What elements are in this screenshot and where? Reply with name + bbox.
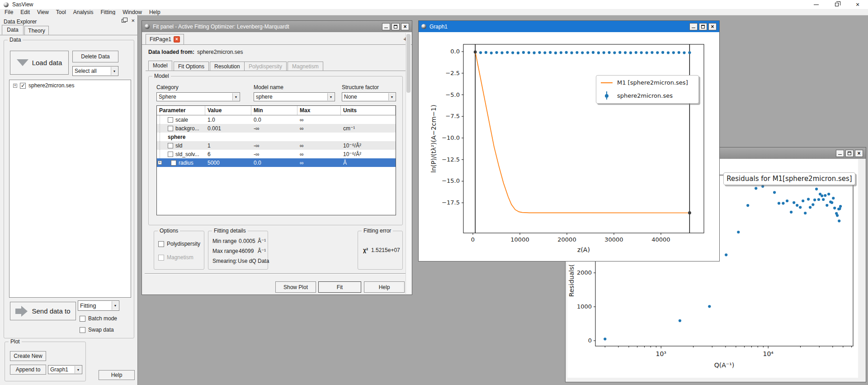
minimize-button[interactable] <box>382 23 390 30</box>
subtab-model[interactable]: Model <box>148 61 172 71</box>
menu-tool[interactable]: Tool <box>52 9 70 15</box>
close-tab-icon[interactable]: × <box>174 36 180 43</box>
structure-factor-combo[interactable]: None ▼ <box>342 92 396 101</box>
parameter-table[interactable]: Parameter Value Min Max Units scale 1.0 … <box>156 105 396 215</box>
menu-window[interactable]: Window <box>119 9 146 15</box>
param-checkbox[interactable] <box>168 152 173 157</box>
tab-theory[interactable]: Theory <box>24 26 49 35</box>
load-data-button[interactable]: Load data <box>10 51 69 75</box>
param-value[interactable]: 1 <box>205 141 251 150</box>
chevron-down-icon[interactable]: ▼ <box>75 366 81 373</box>
append-to-button[interactable]: Append to <box>10 365 46 375</box>
category-combo[interactable]: Sphere ▼ <box>156 92 240 101</box>
table-row[interactable]: scale 1.0 0.0 ∞ <box>157 115 396 124</box>
data-tree[interactable]: + sphere2micron.ses <box>9 80 131 298</box>
polydispersity-option[interactable]: Polydispersity <box>158 241 200 247</box>
minimize-button[interactable] <box>689 23 698 30</box>
menu-fitting[interactable]: Fitting <box>97 9 119 15</box>
window-icon <box>421 24 426 29</box>
send-to-combo[interactable]: Fitting ▼ <box>78 300 119 311</box>
fitpage-tab[interactable]: FitPage1 × <box>146 34 184 45</box>
fitting-error-label: Fitting error <box>362 228 393 234</box>
param-min[interactable]: -∞ <box>251 150 297 158</box>
param-min[interactable]: -∞ <box>251 141 297 150</box>
chevron-down-icon[interactable]: ▼ <box>112 301 118 310</box>
fit-help-button[interactable]: Help <box>364 281 405 293</box>
maximize-button[interactable] <box>392 23 400 30</box>
table-row[interactable]: sld 1 -∞ ∞ 10⁻⁶/Å² <box>157 141 396 150</box>
batch-mode-checkbox[interactable] <box>80 316 85 322</box>
app-minimize-button[interactable] <box>806 0 826 9</box>
show-plot-button[interactable]: Show Plot <box>275 281 316 293</box>
chevron-down-icon[interactable]: ▼ <box>327 93 334 100</box>
close-icon: × <box>711 24 714 29</box>
select-all-combo[interactable]: Select all ▼ <box>72 66 118 76</box>
maximize-button[interactable] <box>699 23 707 30</box>
scrollbar-thumb[interactable] <box>406 34 410 93</box>
graph1-plot[interactable]: 0100002000030000400000.0−2.5−5.0−7.5−10.… <box>419 32 719 261</box>
residuals-plot-title: Residuals for M1[sphere2micron.ses] <box>723 172 855 185</box>
table-row[interactable]: backgro... 0.001 -∞ ∞ cm⁻¹ <box>157 124 396 133</box>
param-checkbox[interactable] <box>168 117 173 123</box>
minimize-button[interactable] <box>836 150 844 157</box>
menu-file[interactable]: File <box>1 9 17 15</box>
close-button[interactable]: × <box>401 23 409 30</box>
swap-data-checkbox[interactable] <box>80 327 85 333</box>
param-max[interactable]: ∞ <box>297 150 341 158</box>
model-name-combo[interactable]: sphere ▼ <box>254 92 335 101</box>
param-min[interactable]: -∞ <box>251 124 297 133</box>
fit-button[interactable]: Fit <box>318 281 361 293</box>
app-close-button[interactable]: × <box>847 0 868 9</box>
param-min[interactable]: 0.0 <box>251 158 297 167</box>
subtab-base-line <box>146 71 409 71</box>
tree-item-checkbox[interactable] <box>20 83 26 89</box>
tree-expander-icon[interactable]: + <box>13 84 17 88</box>
close-button[interactable]: × <box>708 23 717 30</box>
subtab-resolution[interactable]: Resolution <box>210 62 245 71</box>
table-row-selected[interactable]: +radius 5000 0.0 ∞ Å <box>157 158 396 167</box>
param-value[interactable]: 5000 <box>205 158 251 167</box>
param-value[interactable]: 6 <box>205 150 251 158</box>
param-value[interactable]: 0.001 <box>205 124 251 133</box>
fit-panel-title-bar[interactable]: Fit panel - Active Fitting Optimizer: Le… <box>142 21 412 32</box>
param-max[interactable]: ∞ <box>297 141 341 150</box>
param-checkbox[interactable] <box>171 160 176 166</box>
batch-mode-option[interactable]: Batch mode <box>80 315 117 322</box>
param-max[interactable]: ∞ <box>297 115 341 124</box>
chevron-down-icon[interactable]: ▼ <box>388 93 395 100</box>
batch-mode-label: Batch mode <box>88 315 117 322</box>
tree-item-label[interactable]: sphere2micron.ses <box>28 82 74 89</box>
menu-analysis[interactable]: Analysis <box>70 9 97 15</box>
subtab-fit-options[interactable]: Fit Options <box>174 62 209 71</box>
param-max[interactable]: ∞ <box>297 158 341 167</box>
panel-close-icon[interactable]: × <box>131 18 135 24</box>
param-checkbox[interactable] <box>168 126 173 131</box>
param-checkbox[interactable] <box>168 143 173 148</box>
close-button[interactable]: × <box>855 150 863 157</box>
delete-data-button[interactable]: Delete Data <box>72 51 118 62</box>
create-new-button[interactable]: Create New <box>10 351 46 361</box>
param-max[interactable]: ∞ <box>297 124 341 133</box>
explorer-help-button[interactable]: Help <box>99 370 135 380</box>
maximize-button[interactable] <box>845 150 854 157</box>
graph1-title-bar[interactable]: Graph1 × <box>419 21 719 32</box>
chevron-down-icon[interactable]: ▼ <box>111 67 118 75</box>
app-restore-button[interactable] <box>826 0 847 9</box>
row-expander-icon[interactable]: + <box>158 161 162 165</box>
append-graph-combo[interactable]: Graph1 ▼ <box>48 365 82 374</box>
param-min[interactable]: 0.0 <box>251 115 297 124</box>
swap-data-option[interactable]: Swap data <box>80 327 114 333</box>
maximize-icon <box>394 25 397 29</box>
menu-view[interactable]: View <box>33 9 52 15</box>
param-value[interactable]: 1.0 <box>205 115 251 124</box>
polydispersity-checkbox[interactable] <box>158 241 164 247</box>
panel-float-icon[interactable] <box>122 19 126 23</box>
menu-edit[interactable]: Edit <box>17 9 33 15</box>
send-data-button[interactable]: Send data to <box>10 302 76 320</box>
menu-help[interactable]: Help <box>146 9 164 15</box>
table-row[interactable]: sld_solv... 6 -∞ ∞ 10⁻⁶/Å² <box>157 150 396 158</box>
graph1-legend[interactable]: M1 [sphere2micron.ses] sphere2micron.ses <box>596 75 699 104</box>
chevron-down-icon[interactable]: ▼ <box>232 93 239 100</box>
tab-data[interactable]: Data <box>2 25 24 35</box>
scrollbar[interactable] <box>406 33 411 294</box>
